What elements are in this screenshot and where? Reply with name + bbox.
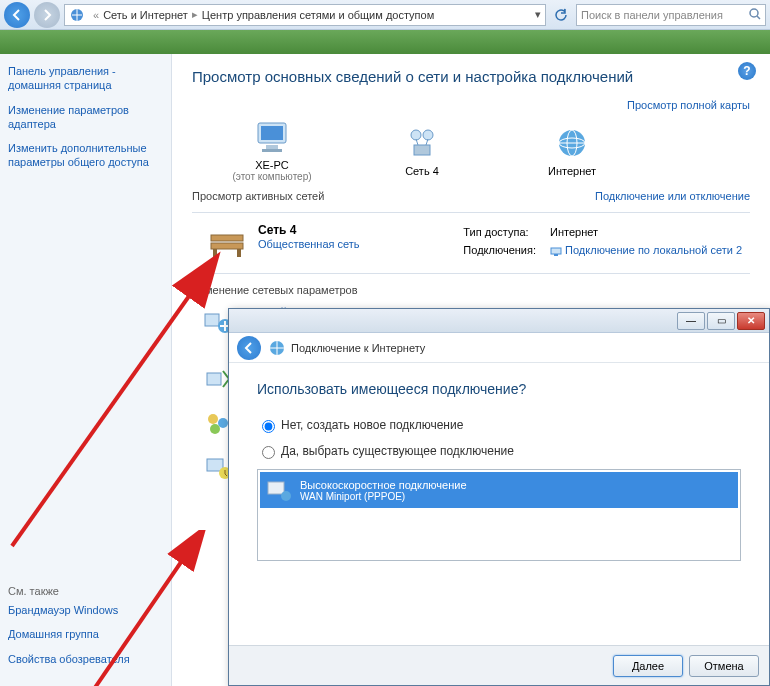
dialog-footer: Далее Отмена: [229, 645, 769, 685]
breadcrumb-sep-icon: «: [93, 9, 99, 21]
toolbar: « Сеть и Интернет ▸ Центр управления сет…: [0, 0, 770, 30]
connection-list[interactable]: Высокоскоростное подключение WAN Minipor…: [257, 469, 741, 561]
breadcrumb-part[interactable]: Сеть и Интернет: [103, 9, 188, 21]
radio-create-new-label: Нет, создать новое подключение: [281, 418, 463, 432]
breadcrumb[interactable]: « Сеть и Интернет ▸ Центр управления сет…: [64, 4, 546, 26]
active-net-type-link[interactable]: Общественная сеть: [258, 238, 360, 250]
active-net-name[interactable]: Сеть 4: [258, 223, 360, 237]
computer-icon: [212, 117, 332, 157]
dialog-question: Использовать имеющееся подключение?: [257, 381, 741, 397]
search-icon: [749, 8, 761, 22]
change-settings-heading: Изменение сетевых параметров: [192, 284, 750, 296]
dialog-header: Подключение к Интернету: [229, 333, 769, 363]
node-internet[interactable]: Интернет: [512, 123, 632, 177]
svg-rect-22: [205, 314, 219, 326]
access-type-label: Тип доступа:: [457, 225, 542, 241]
svg-point-8: [411, 130, 421, 140]
nav-back-button[interactable]: [4, 2, 30, 28]
sidebar-link-homegroup[interactable]: Домашняя группа: [8, 627, 163, 641]
sidebar-link-sharing[interactable]: Изменить дополнительные параметры общего…: [8, 141, 163, 170]
node-pc[interactable]: XE-PC (этот компьютер): [212, 117, 332, 182]
connections-label: Подключения:: [457, 243, 542, 261]
dialog-titlebar[interactable]: — ▭ ✕: [229, 309, 769, 333]
network-map: XE-PC (этот компьютер) Сеть 4 Интернет: [212, 117, 750, 182]
svg-point-1: [750, 9, 758, 17]
svg-point-34: [281, 491, 291, 501]
connection-link[interactable]: Подключение по локальной сети 2: [565, 244, 742, 256]
svg-rect-21: [554, 254, 558, 256]
network-icon: [69, 7, 85, 23]
dialog-back-button[interactable]: [237, 336, 261, 360]
radio-create-new-input[interactable]: [262, 420, 275, 433]
nav-forward-button[interactable]: [34, 2, 60, 28]
modem-icon: [264, 476, 294, 504]
connect-disconnect-link[interactable]: Подключение или отключение: [595, 190, 750, 202]
dialog-body: Использовать имеющееся подключение? Нет,…: [229, 363, 769, 579]
svg-rect-19: [237, 249, 241, 257]
lan-icon: [550, 245, 562, 257]
help-icon[interactable]: ?: [738, 62, 756, 80]
dialog-header-title: Подключение к Интернету: [291, 342, 425, 354]
sidebar: Панель управления - домашняя страница Из…: [0, 54, 172, 686]
chevron-right-icon: ▸: [192, 8, 198, 21]
svg-rect-7: [414, 145, 430, 155]
sidebar-footer-heading: См. также: [8, 585, 163, 597]
active-net-props: Тип доступа: Интернет Подключения: Подкл…: [455, 223, 750, 263]
close-button[interactable]: ✕: [737, 312, 765, 330]
node-pc-name: XE-PC: [212, 159, 332, 171]
connection-item-name: Высокоскоростное подключение: [300, 479, 467, 491]
page-title: Просмотр основных сведений о сети и наст…: [192, 68, 750, 85]
bench-icon: [202, 223, 252, 263]
active-networks-heading: Просмотр активных сетей: [192, 190, 324, 202]
node-net-name: Сеть 4: [362, 165, 482, 177]
svg-rect-18: [213, 249, 217, 257]
node-network[interactable]: Сеть 4: [362, 123, 482, 177]
svg-rect-16: [211, 235, 243, 241]
network-hub-icon: [362, 123, 482, 163]
sidebar-link-firewall[interactable]: Брандмауэр Windows: [8, 603, 163, 617]
internet-globe-icon: [512, 123, 632, 163]
chevron-down-icon[interactable]: ▾: [535, 8, 541, 21]
svg-rect-6: [262, 149, 282, 152]
search-placeholder: Поиск в панели управления: [581, 9, 723, 21]
svg-rect-33: [268, 482, 284, 494]
radio-use-existing[interactable]: Да, выбрать существующее подключение: [257, 443, 741, 459]
cancel-button[interactable]: Отмена: [689, 655, 759, 677]
maximize-button[interactable]: ▭: [707, 312, 735, 330]
radio-create-new[interactable]: Нет, создать новое подключение: [257, 417, 741, 433]
svg-rect-4: [261, 126, 283, 140]
refresh-button[interactable]: [550, 4, 572, 26]
menubar: [0, 30, 770, 54]
radio-use-existing-label: Да, выбрать существующее подключение: [281, 444, 514, 458]
minimize-button[interactable]: —: [677, 312, 705, 330]
svg-rect-17: [211, 243, 243, 249]
sidebar-link-inetopts[interactable]: Свойства обозревателя: [8, 652, 163, 666]
connection-item[interactable]: Высокоскоростное подключение WAN Minipor…: [260, 472, 738, 508]
svg-point-26: [218, 418, 228, 428]
radio-use-existing-input[interactable]: [262, 446, 275, 459]
next-button[interactable]: Далее: [613, 655, 683, 677]
search-input[interactable]: Поиск в панели управления: [576, 4, 766, 26]
node-pc-sub: (этот компьютер): [212, 171, 332, 182]
svg-point-25: [208, 414, 218, 424]
connection-item-sub: WAN Miniport (PPPOE): [300, 491, 467, 502]
view-full-map-link[interactable]: Просмотр полной карты: [627, 99, 750, 111]
breadcrumb-part[interactable]: Центр управления сетями и общим доступом: [202, 9, 434, 21]
svg-point-9: [423, 130, 433, 140]
svg-rect-24: [207, 373, 221, 385]
sidebar-link-home[interactable]: Панель управления - домашняя страница: [8, 64, 163, 93]
dialog-connect-internet: — ▭ ✕ Подключение к Интернету Использова…: [228, 308, 770, 686]
sidebar-link-adapter[interactable]: Изменение параметров адаптера: [8, 103, 163, 132]
svg-rect-20: [551, 248, 561, 254]
svg-point-27: [210, 424, 220, 434]
node-inet-name: Интернет: [512, 165, 632, 177]
access-type-value: Интернет: [544, 225, 748, 241]
svg-rect-5: [266, 145, 278, 149]
svg-line-2: [757, 16, 760, 19]
globe-icon: [269, 340, 285, 356]
active-network: Сеть 4 Общественная сеть Тип доступа: Ин…: [202, 223, 750, 263]
